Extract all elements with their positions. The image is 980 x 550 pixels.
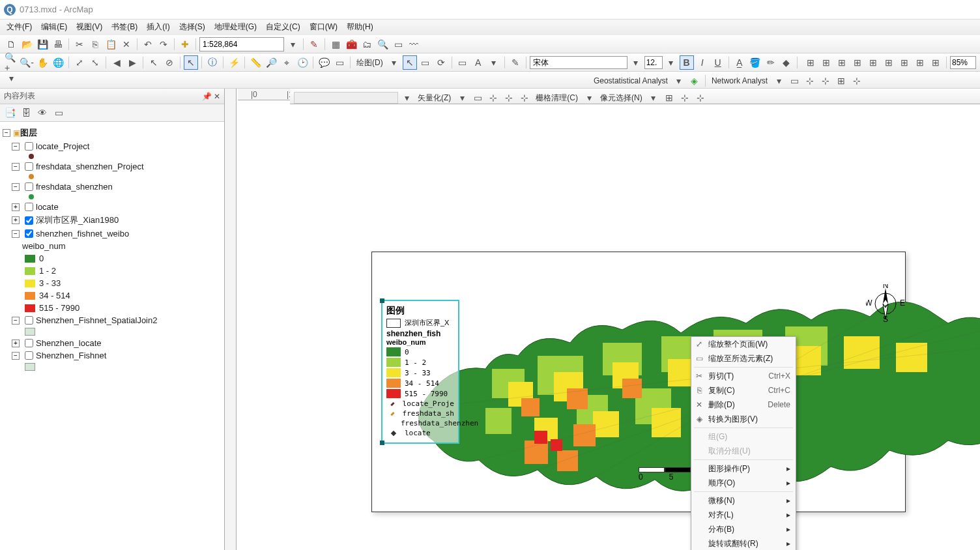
map-legend[interactable]: 图例深圳市区界_Xshenzhen_fishweibo_num01 - 23 -… (381, 300, 459, 444)
measure-icon[interactable]: 📏 (248, 55, 263, 70)
rc-dropdown[interactable]: ▾ (582, 91, 596, 105)
layer-checkbox[interactable] (25, 229, 33, 238)
layer-name[interactable]: locate_Project (36, 141, 89, 151)
list-by-selection-icon[interactable]: ▭ (51, 106, 66, 120)
toc-close-icon[interactable]: ✕ (214, 92, 220, 101)
context-menu-item[interactable]: ▭缩放至所选元素(Z) (691, 351, 796, 366)
text-dropdown-icon[interactable]: ▾ (487, 55, 501, 70)
draw-label[interactable]: 绘图(D) (354, 57, 386, 68)
georef-icon9[interactable]: ⊞ (929, 55, 943, 70)
menu-item[interactable]: 地理处理(G) (214, 22, 257, 33)
layer-name[interactable]: freshdata_shenzhen_Project (36, 162, 144, 171)
context-menu-item[interactable]: 顺序(O)▸ (691, 476, 796, 490)
ps-icon3[interactable]: ⊹ (693, 91, 708, 105)
size-dropdown-icon[interactable]: ▾ (664, 55, 678, 70)
new-icon[interactable]: 🗋 (4, 37, 18, 51)
layer-name[interactable]: Shenzhen_locate (36, 338, 101, 348)
clear-selection-icon[interactable]: ⊘ (162, 55, 177, 70)
edit-vertices-icon[interactable]: ✎ (508, 55, 523, 70)
delete-icon[interactable]: ✕ (119, 37, 134, 51)
font-input[interactable] (530, 56, 627, 69)
context-menu-item[interactable]: ✂剪切(T)Ctrl+X (691, 369, 796, 383)
network-icon[interactable]: ▭ (787, 74, 801, 88)
python-icon[interactable]: 〰 (407, 37, 421, 51)
layer-name[interactable]: shenzhen_fishnet_weibo (36, 229, 129, 239)
cut-icon[interactable]: ✂ (72, 37, 87, 51)
collapse-icon[interactable]: + (12, 216, 20, 224)
layer-name[interactable]: Shenzhen_Fishnet_SpatialJoin2 (36, 315, 157, 325)
network-icon4[interactable]: ⊞ (834, 74, 848, 88)
zoom-percent-input[interactable] (950, 56, 976, 69)
georef-icon[interactable]: ⊞ (803, 55, 818, 70)
menu-item[interactable]: 书签(B) (111, 22, 137, 33)
menu-item[interactable]: 文件(F) (7, 22, 32, 33)
layer-select[interactable] (294, 92, 398, 104)
time-slider-icon[interactable]: 🕑 (295, 55, 310, 70)
vec-icon2[interactable]: ⊹ (486, 91, 500, 105)
font-color-icon[interactable]: A̲ (732, 55, 747, 70)
menu-item[interactable]: 窗口(W) (310, 22, 338, 33)
search-icon[interactable]: 🔍 (375, 37, 390, 51)
toolbox-icon[interactable]: 🧰 (344, 37, 358, 51)
geostat-label[interactable]: Geostatistical Analyst (591, 76, 670, 85)
collapse-icon[interactable]: + (12, 340, 20, 347)
pan-icon[interactable]: ✋ (35, 55, 50, 70)
print-icon[interactable]: 🖶 (51, 37, 65, 51)
collapse-icon[interactable]: − (12, 352, 20, 360)
vec-dropdown-icon[interactable]: ▾ (399, 91, 414, 105)
font-dropdown-icon[interactable]: ▾ (629, 55, 643, 70)
editor-icon[interactable]: ✎ (307, 37, 321, 51)
network-icon3[interactable]: ⊹ (818, 74, 833, 88)
scale-dropdown-icon[interactable]: ▾ (285, 37, 300, 51)
layer-checkbox[interactable] (25, 316, 33, 325)
context-menu-item[interactable]: 对齐(L)▸ (691, 508, 796, 522)
menu-item[interactable]: 选择(S) (179, 22, 205, 33)
raster-clean-label[interactable]: 栅格清理(C) (533, 93, 581, 104)
list-by-visibility-icon[interactable]: 👁 (35, 106, 50, 120)
georef-icon6[interactable]: ⊞ (882, 55, 896, 70)
save-icon[interactable]: 💾 (35, 37, 50, 51)
select-arrow-icon[interactable]: ↖ (403, 55, 417, 70)
marker-color-icon[interactable]: ◆ (779, 55, 794, 70)
toc-tree[interactable]: −▣ 图层−locate_Project−freshdata_shenzhen_… (0, 122, 224, 550)
collapse-icon[interactable]: − (12, 183, 20, 191)
georef-icon8[interactable]: ⊞ (913, 55, 927, 70)
hyperlink-icon[interactable]: ⚡ (227, 55, 241, 70)
text-box-icon[interactable]: ▭ (455, 55, 470, 70)
back-icon[interactable]: ◀ (109, 55, 124, 70)
rectangle-icon[interactable]: ▭ (418, 55, 433, 70)
collapse-icon[interactable]: − (12, 230, 20, 238)
layout-view[interactable]: |0|1|2|3|4|5|6|7|8|9|10|11|12|13|14|15|1… (225, 89, 980, 550)
geostat-wizard-icon[interactable]: ◈ (687, 74, 702, 88)
zoomout-icon[interactable]: 🔍- (20, 55, 34, 70)
catalog-icon[interactable]: 🗂 (360, 37, 374, 51)
copy-icon[interactable]: ⎘ (88, 37, 102, 51)
menu-item[interactable]: 自定义(C) (266, 22, 300, 33)
layer-checkbox[interactable] (25, 162, 33, 171)
underline-icon[interactable]: U (711, 55, 725, 70)
menu-item[interactable]: 编辑(E) (41, 22, 67, 33)
context-menu-item[interactable]: ⤢缩放整个页面(W) (691, 337, 796, 351)
vec-tool-dropdown[interactable]: ▾ (455, 91, 469, 105)
redo-icon[interactable]: ↷ (156, 37, 171, 51)
network-label[interactable]: Network Analyst (709, 76, 770, 85)
context-menu-item[interactable]: 分布(B)▸ (691, 522, 796, 536)
layer-name[interactable]: locate (36, 202, 59, 212)
vectorize-label[interactable]: 矢量化(Z) (415, 93, 454, 104)
italic-icon[interactable]: I (695, 55, 710, 70)
fixed-zoomout-icon[interactable]: ⤡ (88, 55, 102, 70)
georef-icon3[interactable]: ⊞ (835, 55, 849, 70)
rotate-icon[interactable]: ⟳ (434, 55, 448, 70)
vec-icon1[interactable]: ▭ (470, 91, 485, 105)
context-menu-item[interactable]: ⎘复制(C)Ctrl+C (691, 383, 796, 398)
georef-icon5[interactable]: ⊞ (866, 55, 880, 70)
html-popup-icon[interactable]: 💬 (317, 55, 331, 70)
geostat-dropdown-icon[interactable]: ▾ (672, 74, 686, 88)
fontsize-input[interactable] (644, 56, 663, 69)
pixel-select-label[interactable]: 像元选择(N) (598, 93, 645, 104)
undo-icon[interactable]: ↶ (141, 37, 155, 51)
ps-icon2[interactable]: ⊹ (678, 91, 692, 105)
context-menu-item[interactable]: 微移(N)▸ (691, 493, 796, 508)
find-icon[interactable]: 🔎 (264, 55, 278, 70)
context-menu-item[interactable]: 图形操作(P)▸ (691, 461, 796, 476)
